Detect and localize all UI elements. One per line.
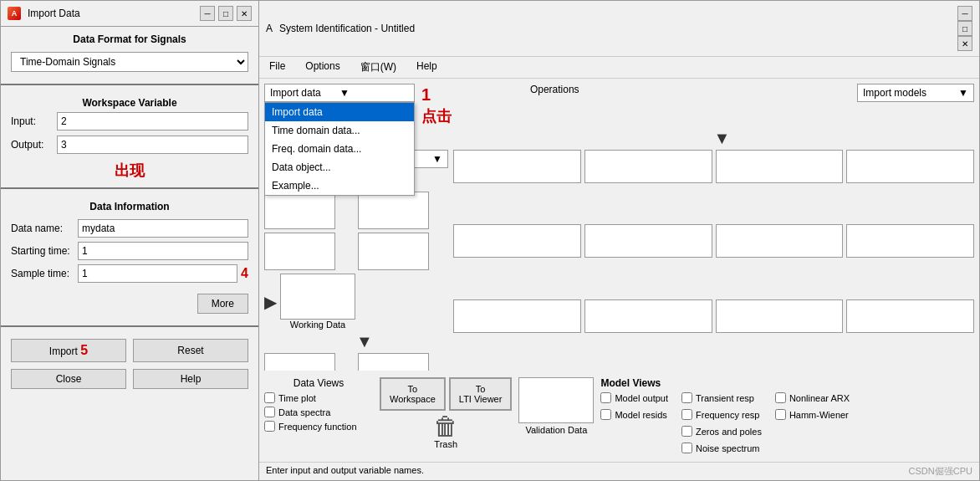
- divider-2: [1, 187, 258, 189]
- close-button-left[interactable]: Close: [11, 369, 126, 389]
- import-data-container: Import data ▼ Import data Time domain da…: [264, 84, 415, 102]
- reset-button[interactable]: Reset: [133, 339, 248, 362]
- annotation-5: 5: [80, 343, 88, 357]
- more-button[interactable]: More: [197, 294, 248, 314]
- window-controls: ─ □ ✕: [200, 6, 252, 21]
- data-format-header: Data Format for Signals: [1, 27, 258, 49]
- status-bar: Enter input and output variable names. C…: [259, 462, 979, 480]
- right-close-button[interactable]: ✕: [957, 36, 972, 51]
- appear-annotation: 出现: [115, 162, 145, 179]
- data-info-section: Data name: mydata Starting time: 1 Sampl…: [1, 216, 258, 290]
- data-boxes-top: [264, 192, 448, 270]
- menu-item-time-domain[interactable]: Time domain data...: [265, 121, 414, 140]
- menu-window[interactable]: 窗口(W): [357, 59, 400, 76]
- freq-function-checkbox[interactable]: [264, 421, 275, 432]
- menu-item-data-object[interactable]: Data object...: [265, 158, 414, 177]
- import-label: Import: [49, 345, 78, 357]
- output-field[interactable]: 3: [57, 136, 248, 154]
- data-info-header: Data Information: [1, 194, 258, 216]
- menu-file[interactable]: File: [266, 59, 288, 76]
- close-button[interactable]: ✕: [237, 6, 252, 21]
- validation-section: Validation Data: [518, 377, 594, 435]
- noise-spectrum-checkbox[interactable]: [681, 443, 692, 453]
- freq-function-row: Frequency function: [264, 421, 373, 432]
- model-views-header: Model Views: [600, 377, 974, 389]
- data-spectra-checkbox[interactable]: [264, 407, 275, 417]
- output-label: Output:: [11, 139, 57, 151]
- model-down-arrow: ▼: [714, 130, 731, 146]
- sample-time-row: Sample time: 4: [11, 264, 248, 283]
- annotation-1: 1: [421, 85, 431, 105]
- trash-label: Trash: [434, 439, 457, 449]
- validation-data-box: [518, 377, 594, 423]
- zeros-poles-row: Zeros and poles: [681, 426, 762, 437]
- watermark-text: CSDN倔强CPU: [909, 465, 972, 478]
- bottom-area: Data Views Time plot Data spectra Freque…: [264, 374, 974, 457]
- hamm-wiener-checkbox[interactable]: [775, 409, 786, 420]
- mv-col-2: Transient resp Frequency resp Zeros and …: [681, 392, 762, 457]
- model-box-10: [584, 299, 712, 333]
- freq-resp-checkbox[interactable]: [681, 409, 692, 420]
- to-lti-button[interactable]: ToLTI Viewer: [449, 377, 513, 411]
- down-arrow-2: ▼: [356, 333, 373, 350]
- trash-section: 🗑 Trash: [433, 414, 458, 449]
- preprocess-arrow-icon: ▼: [432, 153, 442, 165]
- right-arrow-1: ▶: [264, 294, 277, 310]
- nonlinear-arx-label: Nonlinear ARX: [789, 393, 850, 403]
- left-window-title: Import Data: [28, 8, 193, 19]
- import-data-menu: Import data Time domain data... Freq. do…: [264, 102, 415, 196]
- transient-resp-checkbox[interactable]: [681, 392, 692, 403]
- maximize-button[interactable]: □: [218, 6, 233, 21]
- model-output-checkbox[interactable]: [600, 392, 611, 403]
- divider-3: [1, 325, 258, 327]
- mv-col-1: Model output Model resids: [600, 392, 668, 457]
- data-name-field[interactable]: mydata: [78, 219, 248, 238]
- import-models-dropdown[interactable]: Import models ▼: [857, 84, 974, 102]
- data-box-5: [264, 353, 335, 371]
- menu-help[interactable]: Help: [413, 59, 441, 76]
- menu-item-import-data[interactable]: Import data: [265, 103, 414, 121]
- mv-col-3: Nonlinear ARX Hamm-Wiener: [775, 392, 850, 457]
- data-box-6: [358, 353, 429, 371]
- time-plot-checkbox[interactable]: [264, 392, 275, 403]
- freq-resp-label: Frequency resp: [696, 410, 759, 420]
- help-button-left[interactable]: Help: [133, 369, 248, 389]
- divider-1: [1, 84, 258, 85]
- model-box-11: [716, 299, 844, 333]
- data-box-1: [264, 192, 335, 229]
- data-spectra-row: Data spectra: [264, 407, 373, 417]
- workspace-var-header: Workspace Variable: [1, 90, 258, 112]
- right-maximize-button[interactable]: □: [957, 21, 972, 36]
- sample-time-label: Sample time:: [11, 268, 78, 279]
- menu-item-freq-domain[interactable]: Freq. domain data...: [265, 140, 414, 158]
- model-resids-checkbox[interactable]: [600, 409, 611, 420]
- menu-bar: File Options 窗口(W) Help: [259, 57, 979, 79]
- menu-options[interactable]: Options: [302, 59, 343, 76]
- model-boxes-grid: [453, 150, 974, 371]
- working-data-row: ▶ Working Data: [264, 274, 448, 330]
- model-resids-row: Model resids: [600, 409, 668, 420]
- import-data-dropdown[interactable]: Import data ▼: [264, 84, 415, 102]
- start-time-field[interactable]: 1: [78, 242, 248, 260]
- import-models-label: Import models: [863, 87, 958, 99]
- data-box-3: [264, 233, 335, 270]
- model-box-12: [846, 299, 974, 333]
- working-data-box: [280, 274, 355, 320]
- to-workspace-button[interactable]: ToWorkspace: [380, 377, 446, 411]
- import-models-arrow-icon: ▼: [958, 87, 968, 99]
- sample-time-field[interactable]: [78, 264, 237, 283]
- right-minimize-button[interactable]: ─: [957, 6, 972, 21]
- data-box-2: [358, 192, 429, 229]
- hamm-wiener-row: Hamm-Wiener: [775, 409, 850, 420]
- model-output-row: Model output: [600, 392, 668, 403]
- minimize-button[interactable]: ─: [200, 6, 215, 21]
- model-box-4: [846, 150, 974, 183]
- import-button[interactable]: Import 5: [11, 339, 126, 362]
- nonlinear-arx-checkbox[interactable]: [775, 392, 786, 403]
- input-field[interactable]: 2: [57, 112, 248, 130]
- matlab-icon-right: A: [266, 23, 273, 34]
- signal-format-select[interactable]: Time-Domain Signals: [11, 52, 248, 72]
- operations-label: Operations: [530, 84, 579, 95]
- menu-item-example[interactable]: Example...: [265, 177, 414, 195]
- zeros-poles-checkbox[interactable]: [681, 426, 692, 437]
